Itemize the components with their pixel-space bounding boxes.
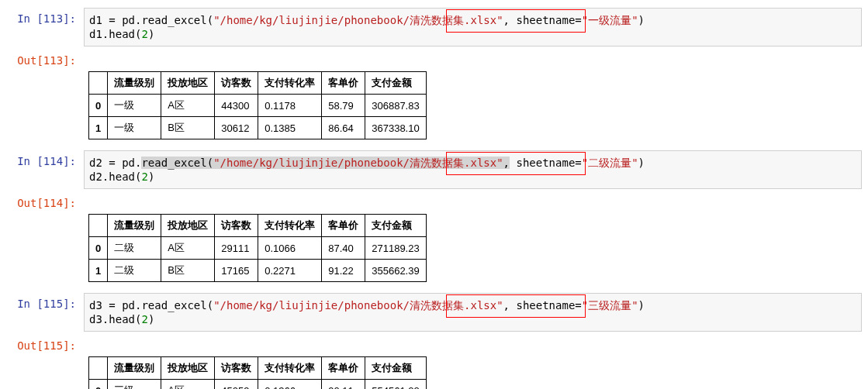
paren-close: ): [638, 299, 645, 312]
comma: ,: [503, 157, 510, 169]
var: d3: [89, 299, 102, 312]
table-header: 客单价: [322, 357, 365, 380]
input-prompt: In [114]:: [6, 150, 84, 167]
table-cell: 30612: [215, 117, 258, 139]
table-header: 流量级别: [108, 215, 161, 237]
table-cell: A区: [161, 380, 215, 390]
table-cell: 87.40: [322, 237, 365, 260]
sheet-val: "一级流量": [582, 14, 638, 26]
dataframe-table: 流量级别投放地区访客数支付转化率客单价支付金额0三级A区450590.13669…: [88, 356, 427, 389]
table-cell: 二级: [108, 260, 161, 282]
code-line-1: d3 = pd.read_excel("/home/kg/liujinjie/p…: [89, 298, 856, 312]
code-line-1: d2 = pd.read_excel("/home/kg/liujinjie/p…: [89, 156, 856, 170]
table-cell: 58.79: [322, 95, 365, 117]
table-row: 0三级A区450590.136690.11554561.22: [89, 380, 427, 390]
dataframe-table: 流量级别投放地区访客数支付转化率客单价支付金额0二级A区291110.10668…: [88, 214, 427, 282]
output-prompt: Out[114]:: [6, 192, 84, 209]
head-num: 2: [141, 170, 147, 183]
table-cell: 44300: [215, 95, 258, 117]
table-cell: B区: [161, 260, 215, 282]
head-close: ): [148, 28, 154, 40]
path-string: "/home/kg/liujinjie/phonebook/清洗数据集.xlsx…: [213, 14, 503, 26]
code-cell[interactable]: d1 = pd.read_excel("/home/kg/liujinjie/p…: [84, 8, 862, 46]
table-cell: 355662.39: [365, 260, 426, 282]
head-num: 2: [141, 28, 147, 40]
table-cell: 0.1366: [258, 380, 322, 390]
table-cell: 0.2271: [258, 260, 322, 282]
table-header: 支付金额: [365, 215, 426, 237]
table-cell: 0.1385: [258, 117, 322, 139]
table-cell: 554561.22: [365, 380, 426, 390]
table-header: 访客数: [215, 215, 258, 237]
table-cell: 一级: [108, 95, 161, 117]
row-index: 1: [89, 117, 108, 139]
table-header: [89, 215, 108, 237]
row-index: 0: [89, 95, 108, 117]
table-header: 支付金额: [365, 72, 426, 95]
table-header: 客单价: [322, 72, 365, 95]
table-cell: A区: [161, 237, 215, 260]
table-cell: 二级: [108, 237, 161, 260]
paren-close: ): [638, 157, 645, 169]
head-close: ): [148, 170, 154, 183]
var: d2: [89, 157, 102, 169]
table-header: 流量级别: [108, 72, 161, 95]
func: read_excel(: [141, 299, 213, 312]
input-prompt: In [113]:: [6, 8, 84, 25]
table-header: 支付转化率: [258, 357, 322, 380]
table-row: 0二级A区291110.106687.40271189.23: [89, 237, 427, 260]
output-area: 流量级别投放地区访客数支付转化率客单价支付金额0二级A区291110.10668…: [84, 212, 862, 290]
sheet-key: sheetname=: [510, 14, 582, 26]
code-line-2: d1.head(2): [89, 27, 856, 41]
output-prompt: Out[115]:: [6, 335, 84, 352]
assign: = pd.: [102, 157, 142, 169]
output-prompt: Out[113]:: [6, 50, 84, 67]
sheet-key: sheetname=: [510, 299, 582, 312]
code-cell[interactable]: d2 = pd.read_excel("/home/kg/liujinjie/p…: [84, 150, 862, 189]
row-index: 0: [89, 380, 108, 390]
row-index: 1: [89, 260, 108, 282]
table-header: 投放地区: [161, 357, 215, 380]
head-call: d3.head(: [89, 313, 141, 325]
table-cell: 17165: [215, 260, 258, 282]
head-call: d2.head(: [89, 170, 141, 183]
table-header: 支付转化率: [258, 215, 322, 237]
table-cell: A区: [161, 95, 215, 117]
row-index: 0: [89, 237, 108, 260]
table-cell: 三级: [108, 380, 161, 390]
table-header: 支付金额: [365, 357, 426, 380]
comma: ,: [503, 14, 510, 26]
sheet-val: "二级流量": [582, 157, 638, 169]
table-cell: 271189.23: [365, 237, 426, 260]
func: read_excel(: [141, 157, 213, 169]
path-string: "/home/kg/liujinjie/phonebook/清洗数据集.xlsx…: [213, 299, 503, 312]
table-header: 访客数: [215, 72, 258, 95]
table-header: 访客数: [215, 357, 258, 380]
table-cell: 86.64: [322, 117, 365, 139]
paren-close: ): [638, 14, 645, 26]
output-area: 流量级别投放地区访客数支付转化率客单价支付金额0一级A区443000.11785…: [84, 70, 862, 147]
code-cell[interactable]: d3 = pd.read_excel("/home/kg/liujinjie/p…: [84, 293, 862, 332]
input-prompt: In [115]:: [6, 293, 84, 310]
table-header: 投放地区: [161, 215, 215, 237]
code-line-1: d1 = pd.read_excel("/home/kg/liujinjie/p…: [89, 13, 856, 27]
assign: = pd.: [102, 14, 142, 26]
sheet-key: sheetname=: [510, 157, 582, 169]
table-cell: 367338.10: [365, 117, 426, 139]
head-num: 2: [141, 313, 147, 325]
var: d1: [89, 14, 102, 26]
dataframe-table: 流量级别投放地区访客数支付转化率客单价支付金额0一级A区443000.11785…: [88, 71, 427, 139]
table-cell: 29111: [215, 237, 258, 260]
head-close: ): [148, 313, 154, 325]
func: read_excel(: [141, 14, 213, 26]
path-string: "/home/kg/liujinjie/phonebook/清洗数据集.xlsx…: [213, 157, 503, 169]
table-cell: 45059: [215, 380, 258, 390]
table-cell: 0.1066: [258, 237, 322, 260]
table-cell: B区: [161, 117, 215, 139]
code-line-2: d2.head(2): [89, 170, 856, 184]
head-call: d1.head(: [89, 28, 141, 40]
table-header: 流量级别: [108, 357, 161, 380]
comma: ,: [503, 299, 510, 312]
table-header: [89, 357, 108, 380]
table-cell: 0.1178: [258, 95, 322, 117]
